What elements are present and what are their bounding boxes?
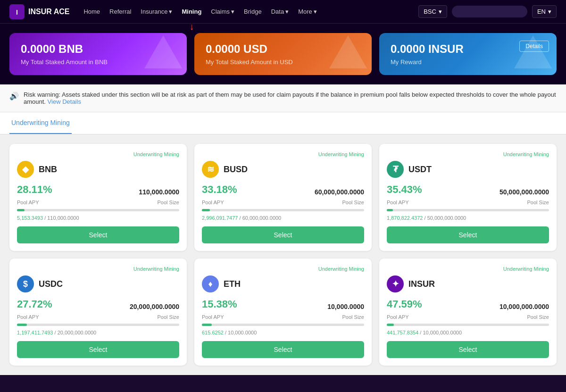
mining-badge-busd: Underwriting Mining	[318, 151, 364, 157]
metrics-labels-busd: Pool APY Pool Size	[202, 200, 364, 205]
pool-size-label-usdt: Pool Size	[527, 200, 549, 205]
nav-more[interactable]: More ▾	[298, 8, 317, 15]
pool-size-label-usdc: Pool Size	[158, 314, 179, 320]
apy-value-usdc: 27.72%	[17, 298, 52, 310]
details-button[interactable]: Details	[519, 41, 549, 52]
pool-size-label-bnb: Pool Size	[158, 200, 179, 205]
progress-fill-busd	[202, 209, 210, 211]
progress-fill-eth	[202, 324, 212, 326]
apy-value-bnb: 28.11%	[17, 183, 52, 196]
progress-bg-eth	[202, 324, 364, 326]
logo-icon: I	[9, 4, 25, 19]
pool-size-value-bnb: 110,000.0000	[139, 188, 179, 196]
apy-value-usdt: 35.43%	[387, 183, 422, 196]
tab-underwriting-mining[interactable]: Underwriting Mining	[9, 112, 72, 134]
risk-warning: 🔊 Risk warning: Assets staked under this…	[0, 84, 566, 112]
apy-label-usdt: Pool APY	[387, 200, 408, 205]
coin-name-usdt: USDT	[408, 165, 432, 175]
pool-size-value-busd: 60,000,000.0000	[315, 188, 364, 196]
navbar: I INSUR ACE Home Referral Insurance ▾ Mi…	[0, 0, 566, 24]
select-button-usdt[interactable]: Select	[387, 226, 549, 243]
pool-numbers-usdt: 1,870,822.4372 / 50,000,000.0000	[387, 215, 549, 221]
filled-amount-eth: 615.6252	[202, 330, 224, 335]
coin-icon-usdc: $	[17, 275, 34, 292]
coin-name-usdc: USDC	[39, 279, 63, 289]
select-button-eth[interactable]: Select	[202, 341, 364, 358]
apy-label-insur: Pool APY	[387, 314, 408, 320]
select-button-insur[interactable]: Select	[387, 341, 549, 358]
pool-card-usdc: Underwriting Mining $ USDC 27.72% 20,000…	[9, 259, 187, 366]
progress-fill-insur	[387, 324, 394, 326]
pool-size-value-usdt: 50,000,000.0000	[499, 188, 549, 196]
apy-value-busd: 33.18%	[202, 183, 237, 196]
coin-row-usdt: ₮ USDT	[387, 161, 549, 178]
risk-warning-text: Risk warning: Assets staked under this s…	[24, 91, 557, 105]
pool-card-eth: Underwriting Mining ♦ ETH 15.38% 10,000.…	[194, 259, 372, 366]
pool-grid: Underwriting Mining ◆ BNB 28.11% 110,000…	[0, 134, 566, 375]
warning-icon: 🔊	[9, 92, 19, 100]
main-content: 🔊 Risk warning: Assets staked under this…	[0, 84, 566, 375]
filled-amount-bnb: 5,153.3493	[17, 215, 43, 221]
pool-numbers-busd: 2,996,091.7477 / 60,000,000.0000	[202, 215, 364, 221]
pool-card-usdt: Underwriting Mining ₮ USDT 35.43% 50,000…	[379, 144, 557, 251]
card-header-usdc: Underwriting Mining	[17, 266, 179, 272]
select-button-busd[interactable]: Select	[202, 226, 364, 243]
metrics-usdc: 27.72% 20,000,000.0000	[17, 298, 179, 310]
coin-row-insur: ✦ INSUR	[387, 275, 549, 292]
pool-numbers-bnb: 5,153.3493 / 110,000.0000	[17, 215, 179, 221]
apy-label-usdc: Pool APY	[17, 314, 39, 320]
pool-card-insur: Underwriting Mining ✦ INSUR 47.59% 10,00…	[379, 259, 557, 366]
pool-numbers-insur: 441,757.8354 / 10,000,000.0000	[387, 330, 549, 335]
chevron-down-icon: ▾	[231, 8, 234, 15]
card-header-bnb: Underwriting Mining	[17, 151, 179, 157]
pool-numbers-usdc: 1,197,411.7493 / 20,000,000.0000	[17, 330, 179, 335]
coin-row-usdc: $ USDC	[17, 275, 179, 292]
nav-home[interactable]: Home	[83, 8, 100, 15]
language-selector[interactable]: EN ▾	[532, 5, 557, 18]
nav-insurance[interactable]: Insurance ▾	[141, 8, 172, 15]
mining-badge-insur: Underwriting Mining	[503, 266, 549, 272]
coin-name-busd: BUSD	[224, 165, 248, 175]
nav-bridge[interactable]: Bridge	[244, 8, 262, 15]
mining-badge-usdt: Underwriting Mining	[503, 151, 549, 157]
apy-value-insur: 47.59%	[387, 298, 422, 310]
card-header-eth: Underwriting Mining	[202, 266, 364, 272]
progress-bg-busd	[202, 209, 364, 211]
chevron-down-icon: ▾	[314, 8, 317, 15]
metrics-eth: 15.38% 10,000.0000	[202, 298, 364, 310]
nav-data[interactable]: Data ▾	[271, 8, 289, 15]
view-details-link[interactable]: View Details	[48, 98, 81, 105]
nav-referral[interactable]: Referral	[109, 8, 131, 15]
progress-bg-usdc	[17, 324, 179, 326]
select-button-bnb[interactable]: Select	[17, 226, 179, 243]
chevron-down-icon: ▾	[285, 8, 289, 15]
select-button-usdc[interactable]: Select	[17, 341, 179, 358]
pool-size-value-eth: 10,000.0000	[327, 303, 364, 310]
apy-label-busd: Pool APY	[202, 200, 224, 205]
coin-icon-eth: ♦	[202, 275, 219, 292]
wallet-address-input[interactable]	[452, 6, 527, 17]
nav-mining[interactable]: Mining	[182, 8, 201, 15]
card-header-busd: Underwriting Mining	[202, 151, 364, 157]
metrics-labels-insur: Pool APY Pool Size	[387, 314, 549, 320]
filled-amount-insur: 441,757.8354	[387, 330, 418, 335]
progress-fill-usdt	[387, 209, 393, 211]
pool-size-value-insur: 10,000,000.0000	[499, 303, 549, 310]
logo[interactable]: I INSUR ACE	[9, 4, 69, 19]
svg-text:I: I	[16, 8, 18, 16]
apy-value-eth: 15.38%	[202, 298, 237, 310]
filled-amount-usdt: 1,870,822.4372	[387, 215, 423, 221]
coin-icon-bnb: ◆	[17, 161, 34, 178]
card-header-insur: Underwriting Mining	[387, 266, 549, 272]
coin-name-bnb: BNB	[39, 165, 57, 175]
progress-bg-bnb	[17, 209, 179, 211]
coin-icon-insur: ✦	[387, 275, 404, 292]
network-label: BSC	[424, 8, 436, 15]
stat-insur: Details 0.0000 INSUR My Reward	[379, 33, 557, 75]
progress-bg-insur	[387, 324, 549, 326]
nav-claims[interactable]: Claims ▾	[211, 8, 234, 15]
network-selector[interactable]: BSC ▾	[418, 5, 447, 18]
mining-badge-usdc: Underwriting Mining	[133, 266, 179, 272]
nav-right: BSC ▾ EN ▾	[418, 5, 557, 18]
pool-numbers-eth: 615.6252 / 10,000.0000	[202, 330, 364, 335]
